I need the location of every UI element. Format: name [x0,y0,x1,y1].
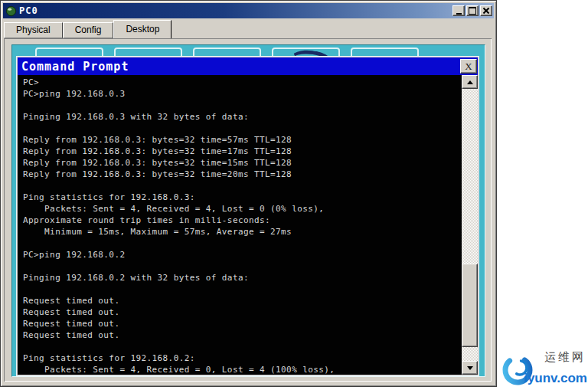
watermark-site-url: iyunv.com [524,371,587,386]
terminal-line: Pinging 192.168.0.3 with 32 bytes of dat… [23,112,462,123]
terminal-output: PC>PC>ping 192.168.0.3Pinging 192.168.0.… [18,75,462,375]
terminal-line [23,181,462,192]
minimize-button[interactable] [452,5,465,16]
terminal-line: Request timed out. [23,330,462,342]
command-prompt-window: Command Prompt X PC>PC>ping 192.168.0.3P… [17,57,479,375]
terminal-line [23,284,462,296]
minimize-icon [456,13,462,15]
maximize-button[interactable] [466,5,479,16]
scrollbar-track[interactable] [462,89,478,361]
terminal-line [23,261,462,273]
command-prompt-close-button[interactable]: X [460,59,477,74]
pc-device-icon [5,5,17,17]
tab-bar: PhysicalConfigDesktop [4,20,493,38]
desktop-tab-content: Command Prompt X PC>PC>ping 192.168.0.3P… [4,38,492,382]
window-titlebar[interactable]: PC0 [3,3,494,18]
terminal-line: Request timed out. [23,296,462,307]
terminal-line: Pinging 192.168.0.2 with 32 bytes of dat… [23,273,462,284]
command-prompt-title: Command Prompt [18,60,460,74]
terminal-scrollbar[interactable] [462,75,478,375]
terminal-line: Reply from 192.168.0.3: bytes=32 time=20… [23,169,462,181]
terminal-line: Request timed out. [23,307,462,319]
scrollbar-thumb[interactable] [462,264,478,347]
terminal-line: Reply from 192.168.0.3: bytes=32 time=57… [23,135,462,146]
terminal-line: Reply from 192.168.0.3: bytes=32 time=15… [23,158,462,169]
watermark-site-name: 运维网 [544,350,586,365]
terminal-line [23,342,462,353]
window-title: PC0 [19,5,452,16]
terminal-line: Approximate round trip times in milli-se… [23,215,462,227]
terminal[interactable]: PC>PC>ping 192.168.0.3Pinging 192.168.0.… [18,75,478,375]
tab-config[interactable]: Config [63,22,114,38]
window-controls [452,5,492,16]
scroll-up-button[interactable] [462,75,478,89]
tab-physical[interactable]: Physical [4,22,63,38]
tab-desktop[interactable]: Desktop [113,20,172,38]
terminal-line: Request timed out. [23,319,462,330]
terminal-line: Packets: Sent = 4, Received = 4, Lost = … [23,204,462,215]
maximize-icon [469,7,476,15]
pc0-device-window: PC0 PhysicalConfigDesktop Command Prompt… [0,0,497,387]
terminal-line: Reply from 192.168.0.3: bytes=32 time=17… [23,146,462,158]
terminal-line: PC> [23,77,462,89]
iyunv-watermark: 运维网 iyunv.com [500,347,588,388]
terminal-line: PC>ping 192.168.0.2 [23,250,462,261]
desktop-area: Command Prompt X PC>PC>ping 192.168.0.3P… [11,44,485,377]
close-icon [483,8,489,14]
close-button[interactable] [480,5,492,16]
screenshot-root: PC0 PhysicalConfigDesktop Command Prompt… [0,0,588,390]
arrow-up-icon [467,80,473,84]
terminal-line: Packets: Sent = 4, Received = 0, Lost = … [23,365,462,375]
arrow-down-icon [467,366,473,370]
terminal-line: PC>ping 192.168.0.3 [23,89,462,100]
terminal-line [23,100,462,112]
command-prompt-titlebar[interactable]: Command Prompt X [18,57,478,75]
terminal-line: Ping statistics for 192.168.0.2: [23,353,462,365]
scroll-down-button[interactable] [462,361,478,375]
terminal-line [23,123,462,135]
terminal-line: Minimum = 15ms, Maximum = 57ms, Average … [23,227,462,238]
terminal-line: Ping statistics for 192.168.0.3: [23,192,462,204]
terminal-line [23,238,462,250]
